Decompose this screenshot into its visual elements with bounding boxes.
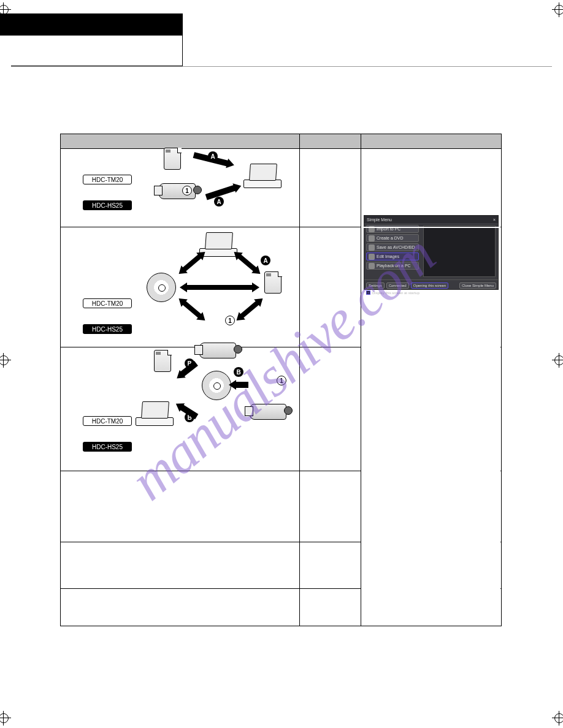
registration-mark [0, 711, 11, 726]
cell-function [61, 471, 300, 542]
model-badge-tm20: HDC-TM20 [83, 416, 132, 426]
laptop-icon [243, 164, 283, 191]
double-arrow-icon [240, 300, 260, 318]
table-row: HDC-TM20 HDC-HS25 1 A A [61, 149, 501, 227]
model-badge-hs25: HDC-HS25 [83, 442, 132, 452]
th-function [61, 134, 300, 148]
section-tab-bar [0, 13, 183, 36]
disc-icon [202, 371, 231, 400]
cell-spacer [361, 347, 501, 471]
double-arrow-icon [182, 300, 202, 318]
model-badge-tm20: HDC-TM20 [83, 298, 132, 308]
cell-function [61, 589, 300, 626]
app-title: Simple Menu [367, 218, 392, 222]
cell-spacer [361, 471, 501, 542]
th-page [300, 134, 361, 148]
cell-page [300, 589, 361, 626]
marker-1: 1 [182, 186, 192, 195]
disc-icon [147, 273, 176, 302]
marker-a: A [261, 256, 270, 265]
double-arrow-icon [186, 285, 253, 290]
model-badge-hs25: HDC-HS25 [83, 200, 132, 210]
section-subtab [11, 36, 183, 66]
laptop-icon [136, 401, 175, 428]
model-badge-tm20: HDC-TM20 [83, 175, 132, 184]
marker-1: 1 [277, 376, 286, 385]
diagram-sync: 1 A [140, 230, 297, 344]
cell-screenshot: Simple Menu × Import to PC Create a DVD … [361, 149, 501, 227]
table-row [61, 471, 501, 542]
double-arrow-icon [237, 254, 258, 271]
arrow-icon [235, 382, 248, 388]
cell-page [300, 149, 361, 227]
cell-page [300, 227, 361, 347]
registration-mark [552, 711, 563, 726]
feature-table: HDC-TM20 HDC-HS25 1 A A [60, 134, 502, 626]
th-screenshot [361, 134, 501, 148]
registration-mark [552, 2, 563, 17]
cell-page [300, 542, 361, 588]
marker-a: A [214, 197, 224, 207]
close-icon[interactable]: × [493, 218, 496, 222]
cell-page [300, 471, 361, 542]
marker-b: B [234, 367, 243, 377]
cell-function: HDC-TM20 HDC-HS25 1 B B B [61, 347, 300, 471]
registration-mark [0, 2, 11, 17]
table-row [61, 542, 501, 589]
double-arrow-icon [182, 254, 202, 271]
cell-function: HDC-TM20 HDC-HS25 1 A [61, 227, 300, 347]
registration-mark [552, 353, 563, 368]
camcorder-icon [245, 400, 293, 425]
registration-mark [0, 353, 11, 368]
cell-function: HDC-TM20 HDC-HS25 1 A A [61, 149, 300, 227]
header-divider [11, 66, 552, 67]
diagram-burn: 1 B B B [140, 350, 297, 468]
diagram-import: 1 A A [140, 151, 297, 224]
model-badge-hs25: HDC-HS25 [83, 324, 132, 334]
table-row: HDC-TM20 HDC-HS25 1 B B B [61, 347, 501, 471]
app-titlebar: Simple Menu × [364, 216, 498, 223]
cell-spacer [361, 589, 501, 626]
page: manualshive.com HDC-TM20 HDC-HS25 1 [0, 0, 563, 728]
cell-spacer [361, 542, 501, 588]
sd-card-icon [154, 350, 171, 372]
cell-function [61, 542, 300, 588]
sd-card-icon [164, 148, 181, 170]
table-row: HDC-TM20 HDC-HS25 1 A [61, 227, 501, 347]
sd-card-icon [264, 271, 282, 294]
camcorder-icon [154, 180, 202, 204]
cell-spacer [361, 227, 501, 347]
table-row [61, 589, 501, 626]
cell-page [300, 347, 361, 471]
marker-a: A [208, 151, 218, 161]
table-header [61, 134, 501, 149]
